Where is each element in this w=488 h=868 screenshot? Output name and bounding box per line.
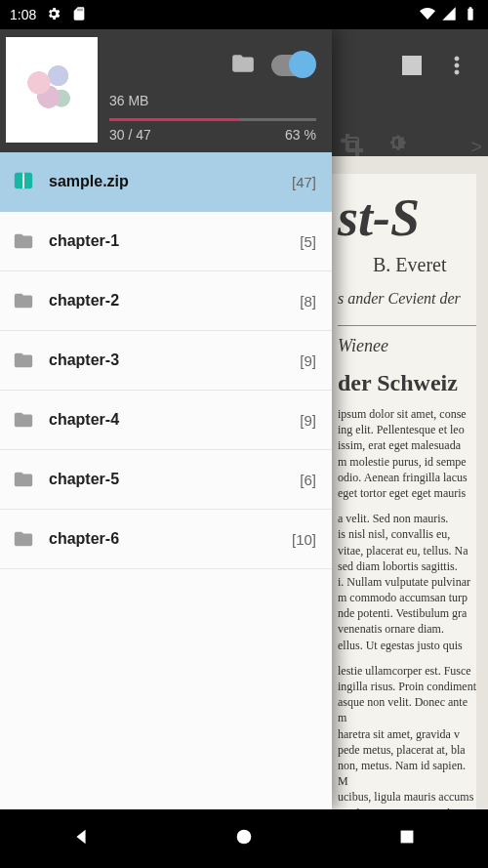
list-item[interactable]: chapter-5[6] — [0, 450, 332, 510]
list-item[interactable]: chapter-2[8] — [0, 271, 332, 331]
list-item[interactable]: chapter-1[5] — [0, 212, 332, 271]
brightness-icon[interactable] — [386, 133, 410, 160]
overflow-menu-icon[interactable] — [445, 54, 468, 81]
list-item-count: [9] — [300, 412, 316, 429]
doc-section-byline: Wienee — [338, 336, 476, 356]
toolbar-next[interactable]: > — [470, 136, 482, 158]
doc-body-1: ipsum dolor sit amet, conse ing elit. Pe… — [338, 406, 476, 501]
list-item-label: sample.zip — [49, 173, 129, 190]
svg-point-4 — [237, 830, 252, 845]
navigation-drawer: 36 MB 30 / 47 63 % sample.zip[47]chapter… — [0, 29, 332, 809]
list-item-count: [10] — [292, 531, 316, 548]
reader-toolbar: > — [332, 123, 488, 170]
list-item-count: [6] — [300, 472, 316, 488]
doc-author: B. Everet — [373, 254, 476, 276]
progress-pages: 30 / 47 — [109, 127, 151, 143]
folder-icon — [12, 349, 35, 372]
progress-bar — [109, 118, 316, 121]
folder-icon — [12, 289, 35, 312]
doc-body-2: a velit. Sed non mauris. is nisl nisl, c… — [338, 511, 476, 653]
status-time: 1:08 — [10, 7, 36, 22]
crop-icon[interactable] — [340, 133, 363, 160]
folder-icon[interactable] — [230, 51, 256, 80]
book-icon — [12, 170, 35, 193]
sd-card-icon — [71, 6, 87, 24]
recent-button[interactable] — [396, 826, 418, 851]
list-item-count: [8] — [300, 293, 316, 310]
doc-body-3: lestie ullamcorper est. Fusce ingilla ri… — [338, 663, 476, 809]
back-button[interactable] — [70, 826, 92, 851]
doc-title-fragment: st-S — [338, 187, 476, 248]
svg-rect-5 — [400, 831, 413, 844]
svg-point-1 — [455, 57, 459, 61]
list-item-label: chapter-5 — [49, 471, 119, 488]
list-item[interactable]: sample.zip[47] — [0, 152, 332, 212]
toggle-switch[interactable] — [271, 55, 312, 76]
list-item-label: chapter-4 — [49, 411, 119, 429]
file-size: 36 MB — [109, 93, 316, 108]
list-item-label: chapter-3 — [49, 351, 119, 369]
doc-section-heading: der Schweiz — [338, 370, 476, 396]
fullscreen-icon[interactable] — [400, 54, 424, 81]
navigation-bar — [0, 809, 488, 868]
gear-icon — [46, 6, 61, 24]
list-item[interactable]: chapter-4[9] — [0, 391, 332, 450]
home-button[interactable] — [233, 826, 255, 851]
doc-subtitle: s ander Cevient der — [338, 290, 476, 308]
reader-page[interactable]: st-S B. Everet s ander Cevient der Wiene… — [332, 174, 476, 809]
wifi-icon — [420, 6, 435, 24]
list-item[interactable]: chapter-6[10] — [0, 510, 332, 569]
list-item[interactable]: chapter-3[9] — [0, 331, 332, 391]
progress-percent: 63 % — [285, 127, 316, 143]
chapter-list[interactable]: sample.zip[47]chapter-1[5]chapter-2[8]ch… — [0, 152, 332, 809]
list-item-count: [9] — [300, 352, 316, 369]
signal-icon — [441, 6, 457, 24]
folder-icon — [12, 408, 35, 432]
list-item-label: chapter-6 — [49, 530, 119, 548]
list-item-label: chapter-1 — [49, 232, 119, 250]
svg-point-2 — [455, 63, 459, 67]
list-item-label: chapter-2 — [49, 292, 119, 310]
list-item-count: [47] — [292, 174, 316, 190]
folder-icon — [12, 527, 35, 551]
status-bar: 1:08 — [0, 0, 488, 29]
folder-icon — [12, 229, 35, 253]
folder-icon — [12, 468, 35, 491]
book-thumbnail[interactable] — [6, 37, 98, 143]
svg-point-3 — [455, 70, 459, 74]
battery-icon — [463, 6, 478, 24]
drawer-header: 36 MB 30 / 47 63 % — [0, 29, 332, 152]
list-item-count: [5] — [300, 233, 316, 250]
